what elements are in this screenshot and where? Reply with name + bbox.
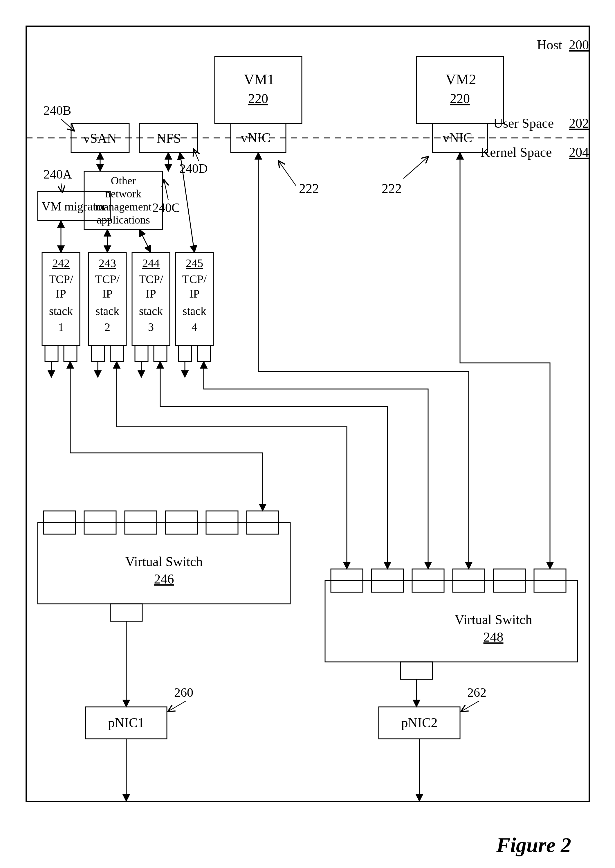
stack2-l4: 2 <box>105 320 110 334</box>
svg-rect-11 <box>135 345 148 361</box>
stack3-ref: 244 <box>142 257 160 270</box>
stack4-l2: IP <box>189 287 200 300</box>
vm1-vnic-label: vNIC <box>241 130 270 145</box>
wire-s1-vsw246 <box>70 361 263 511</box>
vm-migrator-ref: 240A <box>44 167 72 181</box>
stack1-ref: 242 <box>52 257 70 270</box>
stack3-l3: stack <box>139 304 163 318</box>
svg-rect-8 <box>110 345 123 361</box>
figure-caption: Figure 2 <box>496 834 571 857</box>
stack2-l2: IP <box>102 287 112 300</box>
other-mgmt-leader <box>164 180 169 200</box>
wire-s3-vsw248 <box>160 361 387 569</box>
virtual-switch-246: Virtual Switch 246 <box>38 511 290 621</box>
vswitch2-label: Virtual Switch <box>455 612 532 627</box>
vm-migrator-leader <box>61 183 62 192</box>
svg-rect-7 <box>91 345 105 361</box>
vm2-ref: 220 <box>450 91 470 106</box>
stack1-l1: TCP/ <box>49 273 73 286</box>
user-space-ref: 202 <box>569 116 589 131</box>
stack3-l2: IP <box>146 287 156 300</box>
svg-rect-1 <box>417 56 504 123</box>
tcpip-stack-3: 244 TCP/ IP stack 3 <box>132 253 170 378</box>
other-mgmt-l4: applications <box>97 214 150 226</box>
nfs-leader <box>194 150 199 161</box>
other-mgmt-l2: network <box>105 187 142 200</box>
pnic2-label: pNIC2 <box>401 715 437 730</box>
vswitch1-ref: 246 <box>154 571 174 586</box>
svg-rect-12 <box>154 345 167 361</box>
vsan-ref: 240B <box>44 103 71 117</box>
vm1-label: VM1 <box>244 71 275 87</box>
pnic2-leader <box>462 701 479 711</box>
svg-rect-33 <box>401 662 432 679</box>
kernel-space-label: Kernel Space <box>480 145 552 160</box>
svg-rect-26 <box>325 581 578 662</box>
wire-vm1-vsw248 <box>258 152 469 569</box>
pnic1-ref: 260 <box>174 685 193 699</box>
stack1-l2: IP <box>56 287 66 300</box>
tcpip-stack-1: 242 TCP/ IP stack 1 <box>42 253 80 378</box>
virtual-switch-248: Virtual Switch 248 <box>325 569 578 679</box>
svg-rect-3 <box>45 345 58 361</box>
pnic1-leader <box>169 701 186 711</box>
other-to-stack3 <box>139 229 151 253</box>
vm2-vnic-ref: 222 <box>382 181 402 196</box>
stack4-l4: 4 <box>192 320 197 334</box>
vm1-ref: 220 <box>248 91 268 106</box>
stack4-ref: 245 <box>186 257 203 270</box>
tcpip-stack-2: 243 TCP/ IP stack 2 <box>89 253 126 378</box>
vsan-label: vSAN <box>83 131 117 146</box>
pnic1-label: pNIC1 <box>108 715 144 730</box>
vm2-label: VM2 <box>445 71 476 87</box>
kernel-space-ref: 204 <box>569 145 589 160</box>
svg-rect-16 <box>197 345 211 361</box>
stack1-l3: stack <box>49 304 73 318</box>
wire-s2-vsw248 <box>117 361 347 569</box>
stack4-l3: stack <box>183 304 206 318</box>
stack1-l4: 1 <box>58 320 64 334</box>
wire-s4-vsw248 <box>204 361 428 569</box>
svg-rect-15 <box>178 345 192 361</box>
vswitch1-label: Virtual Switch <box>125 554 203 569</box>
tcpip-stack-4: 245 TCP/ IP stack 4 <box>176 253 213 378</box>
stack2-l1: TCP/ <box>95 273 120 286</box>
vm2-vnic-label: vNIC <box>443 130 472 145</box>
stack3-l4: 3 <box>148 320 154 334</box>
stack3-l1: TCP/ <box>139 273 163 286</box>
svg-rect-4 <box>64 345 77 361</box>
host-label: Host <box>537 37 562 52</box>
wire-vm2-vsw248 <box>460 152 550 569</box>
vm1-vnic-leader <box>279 161 296 186</box>
stack2-l3: stack <box>95 304 119 318</box>
other-mgmt-l1: Other <box>111 175 136 187</box>
vm1-vnic-ref: 222 <box>299 181 319 196</box>
stack2-ref: 243 <box>99 257 116 270</box>
stack4-l1: TCP/ <box>182 273 207 286</box>
other-mgmt-ref: 240C <box>152 201 180 215</box>
svg-rect-25 <box>110 604 142 621</box>
other-mgmt-l3: management <box>95 201 152 213</box>
vswitch2-ref: 248 <box>484 630 504 645</box>
vm2-vnic-leader <box>403 157 428 178</box>
svg-rect-0 <box>215 56 302 123</box>
host-ref: 200 <box>569 37 589 52</box>
vsan-leader <box>61 119 74 131</box>
pnic2-ref: 262 <box>467 685 486 699</box>
nfs-label: NFS <box>156 131 181 146</box>
nfs-ref: 240D <box>180 161 208 176</box>
